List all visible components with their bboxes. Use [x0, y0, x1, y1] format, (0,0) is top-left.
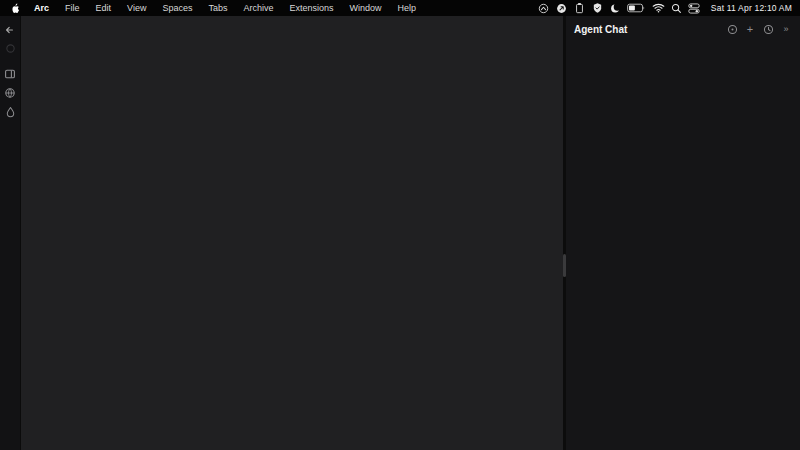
info-button[interactable] — [726, 23, 738, 35]
menu-spaces[interactable]: Spaces — [154, 3, 200, 13]
globe-icon — [4, 87, 16, 99]
menu-extensions[interactable]: Extensions — [281, 3, 341, 13]
battery-icon[interactable] — [627, 2, 647, 14]
collapse-icon: » — [783, 25, 788, 34]
panel-actions: + » — [726, 23, 792, 35]
menu-window[interactable]: Window — [342, 3, 390, 13]
apple-logo-icon — [10, 2, 21, 14]
menu-app-name[interactable]: Arc — [26, 3, 57, 13]
apple-menu[interactable] — [8, 2, 22, 14]
clipboard-icon[interactable] — [573, 2, 586, 14]
info-icon — [727, 24, 738, 35]
menubar-status-area: Sat 11 Apr 12:10 AM — [537, 2, 792, 14]
new-chat-button[interactable]: + — [744, 23, 756, 35]
sidebar-rail — [0, 16, 21, 450]
blocker-icon[interactable] — [555, 2, 568, 14]
agent-chat-header: Agent Chat + » — [566, 16, 800, 38]
panel-resize-handle[interactable] — [563, 254, 566, 277]
moon-icon[interactable] — [609, 2, 622, 14]
panel-divider — [563, 16, 566, 450]
globe-button[interactable] — [3, 85, 18, 100]
menubar-menus: Arc File Edit View Spaces Tabs Archive E… — [8, 2, 424, 14]
control-center-icon[interactable] — [688, 2, 701, 14]
agent-chat-panel: Agent Chat + » — [566, 16, 800, 450]
boost-button[interactable] — [3, 104, 18, 119]
raycast-icon[interactable] — [537, 2, 550, 14]
refresh-icon — [5, 43, 16, 54]
browser-content-area — [21, 16, 563, 450]
shield-icon[interactable] — [591, 2, 604, 14]
sidebar-toggle-icon — [4, 68, 16, 80]
menubar: Arc File Edit View Spaces Tabs Archive E… — [0, 0, 800, 16]
search-icon[interactable] — [670, 2, 683, 14]
menubar-clock[interactable]: Sat 11 Apr 12:10 AM — [711, 3, 792, 13]
menu-view[interactable]: View — [119, 3, 154, 13]
wifi-icon[interactable] — [652, 2, 665, 14]
menu-edit[interactable]: Edit — [88, 3, 120, 13]
drop-icon — [5, 106, 16, 118]
menu-tabs[interactable]: Tabs — [200, 3, 235, 13]
menu-file[interactable]: File — [57, 3, 88, 13]
panel-title: Agent Chat — [574, 24, 627, 35]
arc-window: Agent Chat + » — [0, 16, 800, 450]
refresh-button[interactable] — [3, 41, 18, 56]
collapse-panel-button[interactable]: » — [780, 23, 792, 35]
agent-chat-body — [566, 38, 800, 450]
plus-icon: + — [747, 24, 753, 35]
history-icon — [763, 24, 774, 35]
history-button[interactable] — [762, 23, 774, 35]
menu-help[interactable]: Help — [390, 3, 425, 13]
sidebar-toggle-button[interactable] — [3, 66, 18, 81]
menu-archive[interactable]: Archive — [235, 3, 281, 13]
back-button[interactable] — [3, 22, 18, 37]
back-icon — [4, 24, 16, 36]
